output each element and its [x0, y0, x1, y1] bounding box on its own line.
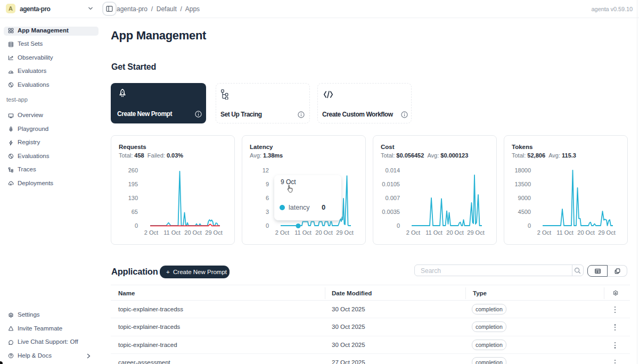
- svg-text:11 Oct: 11 Oct: [163, 229, 181, 236]
- svg-text:12: 12: [263, 167, 269, 173]
- svg-text:195: 195: [128, 181, 138, 187]
- svg-text:9000: 9000: [518, 195, 531, 201]
- svg-text:11 Oct: 11 Oct: [425, 229, 443, 236]
- svg-text:20 Oct: 20 Oct: [315, 229, 332, 236]
- svg-text:29 Oct: 29 Oct: [467, 229, 484, 236]
- svg-text:130: 130: [128, 195, 138, 201]
- svg-text:0: 0: [528, 222, 531, 229]
- svg-text:260: 260: [128, 167, 138, 173]
- svg-text:2 Oct: 2 Oct: [537, 229, 551, 236]
- svg-text:2 Oct: 2 Oct: [275, 229, 289, 236]
- svg-text:20 Oct: 20 Oct: [446, 229, 463, 236]
- svg-text:2 Oct: 2 Oct: [144, 229, 158, 236]
- svg-text:29 Oct: 29 Oct: [205, 229, 222, 236]
- svg-text:0.0035: 0.0035: [382, 209, 400, 215]
- svg-text:0: 0: [266, 222, 269, 229]
- svg-text:0.014: 0.014: [385, 167, 400, 173]
- svg-text:29 Oct: 29 Oct: [336, 229, 353, 236]
- svg-text:13500: 13500: [514, 181, 531, 187]
- svg-text:0.007: 0.007: [385, 195, 400, 201]
- svg-text:0: 0: [397, 222, 400, 229]
- svg-text:6: 6: [266, 195, 269, 201]
- svg-text:29 Oct: 29 Oct: [598, 229, 615, 236]
- svg-text:9: 9: [266, 181, 269, 187]
- svg-text:20 Oct: 20 Oct: [184, 229, 201, 236]
- svg-text:20 Oct: 20 Oct: [577, 229, 594, 236]
- svg-text:4500: 4500: [518, 209, 531, 215]
- svg-text:3: 3: [266, 209, 269, 215]
- svg-text:18000: 18000: [514, 167, 531, 173]
- svg-text:11 Oct: 11 Oct: [556, 229, 574, 236]
- svg-text:0: 0: [135, 222, 138, 229]
- svg-text:2 Oct: 2 Oct: [406, 229, 420, 236]
- svg-text:65: 65: [132, 209, 138, 215]
- svg-text:11 Oct: 11 Oct: [294, 229, 312, 236]
- svg-text:0.0105: 0.0105: [382, 181, 400, 187]
